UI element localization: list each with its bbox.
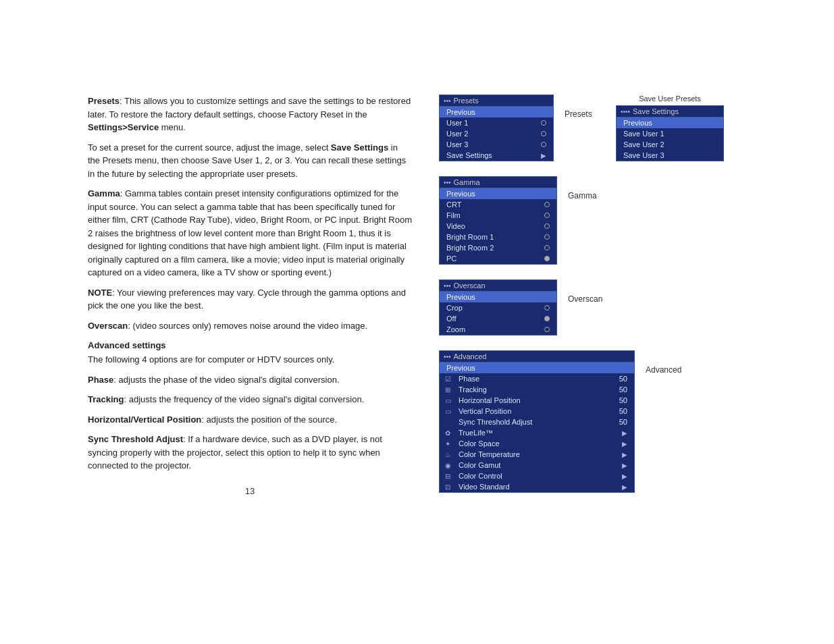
- advanced-item-truelife[interactable]: ✿ TrueLife™ ▶: [440, 427, 634, 438]
- gamma-item-film[interactable]: Film: [440, 210, 556, 221]
- note-text: : Your viewing preferences may vary. Cyc…: [88, 288, 406, 311]
- gamma-crt-label: CRT: [446, 200, 461, 209]
- save-presets-user3-label: Save User 3: [623, 151, 664, 159]
- advanced-sync-value: 50: [619, 418, 627, 426]
- colorctrl-arrow-icon: ▶: [622, 473, 627, 480]
- gamma-title: Gamma: [454, 178, 480, 186]
- overscan-item-off[interactable]: Off: [440, 313, 556, 324]
- presets-user3-label: User 3: [446, 140, 468, 149]
- save-presets-user1-label: Save User 1: [623, 130, 664, 138]
- phase-paragraph: Phase: adjusts the phase of the video si…: [88, 373, 412, 387]
- gamma-item-previous[interactable]: Previous: [440, 188, 556, 199]
- presets-dots: •••: [444, 97, 451, 105]
- overscan-off-label: Off: [446, 315, 456, 323]
- save-presets-item-previous[interactable]: Previous: [617, 117, 723, 128]
- gamma-item-pc[interactable]: PC: [440, 253, 556, 264]
- presets-paragraph2: To set a preset for the current source, …: [88, 141, 412, 181]
- advanced-tracking-label: Tracking: [459, 385, 487, 394]
- advanced-title-bar: ••• Advanced: [440, 351, 634, 363]
- overscan-menu[interactable]: ••• Overscan Previous Crop Off Zoom: [439, 279, 557, 336]
- presets-item-previous[interactable]: Previous: [440, 107, 553, 117]
- gamma-previous-label: Previous: [446, 190, 475, 198]
- advanced-label: Advanced: [646, 350, 686, 375]
- advanced-item-phase[interactable]: ☑ Phase 50: [440, 373, 634, 384]
- phase-icon: ☑: [445, 375, 451, 383]
- gamma-item-video[interactable]: Video: [440, 221, 556, 232]
- advanced-colorspace-label: Color Space: [459, 439, 500, 448]
- gamma-brightroom1-label: Bright Room 1: [446, 233, 494, 241]
- overscan-item-previous[interactable]: Previous: [440, 292, 556, 302]
- presets-item-user3[interactable]: User 3: [440, 139, 553, 150]
- gamma-crt-radio: [544, 202, 550, 207]
- gamma-dots: •••: [444, 179, 451, 186]
- presets-item-user1[interactable]: User 1: [440, 117, 553, 128]
- gamma-brightroom2-radio: [544, 245, 550, 250]
- advanced-vpos-label: Vertical Position: [459, 407, 511, 415]
- overscan-off-radio: [544, 316, 550, 321]
- save-presets-dots: ••••: [621, 108, 630, 115]
- presets-label: Presets: [565, 95, 605, 119]
- presets-item-save-settings[interactable]: Save Settings ▶: [440, 150, 553, 161]
- overscan-label: Overscan: [568, 279, 608, 304]
- overscan-item-zoom[interactable]: Zoom: [440, 324, 556, 335]
- overscan-crop-label: Crop: [446, 304, 463, 312]
- advanced-hpos-value: 50: [619, 396, 627, 404]
- vidstd-icon: ⊡: [445, 483, 450, 491]
- overscan-previous-label: Previous: [446, 293, 475, 301]
- advanced-item-colorgamut[interactable]: ◉ Color Gamut ▶: [440, 460, 634, 471]
- hvpos-paragraph: Horizontal/Vertical Position: adjusts th…: [88, 413, 412, 427]
- gamma-brightroom1-radio: [544, 234, 550, 240]
- tracking-text: : adjusts the frequency of the video sig…: [124, 394, 364, 404]
- presets-menu[interactable]: ••• Presets Previous User 1 User 2 User …: [439, 95, 554, 161]
- save-user-presets-title: Save User Presets: [616, 95, 724, 103]
- advanced-item-vidstd[interactable]: ⊡ Video Standard ▶: [440, 481, 634, 492]
- presets-paragraph: Presets: This allows you to customize se…: [88, 95, 412, 134]
- advanced-section: ••• Advanced Previous ☑ Phase 50 ⊞ Track…: [439, 350, 793, 493]
- hvpos-bold: Horizontal/Vertical Position: [88, 414, 201, 425]
- save-user-presets-section: Save User Presets •••• Save Settings Pre…: [616, 95, 724, 161]
- hvpos-text: : adjusts the position of the source.: [201, 414, 337, 425]
- save-presets-item-user1[interactable]: Save User 1: [617, 128, 723, 139]
- advanced-item-previous[interactable]: Previous: [440, 363, 634, 373]
- gamma-item-brightroom2[interactable]: Bright Room 2: [440, 242, 556, 253]
- gamma-item-crt[interactable]: CRT: [440, 199, 556, 210]
- tracking-bold: Tracking: [88, 394, 124, 404]
- truelife-icon: ✿: [445, 429, 450, 437]
- sync-paragraph: Sync Threshold Adjust: If a hardware dev…: [88, 433, 412, 473]
- save-presets-subtitle: Save Settings: [633, 107, 679, 115]
- advanced-colortemp-label: Color Temperature: [459, 450, 520, 458]
- presets-user1-radio: [541, 120, 546, 126]
- vidstd-arrow-icon: ▶: [622, 483, 627, 491]
- advanced-menu[interactable]: ••• Advanced Previous ☑ Phase 50 ⊞ Track…: [439, 350, 635, 493]
- advanced-item-hpos[interactable]: ▭ Horizontal Position 50: [440, 395, 634, 406]
- presets-bold: Presets: [88, 96, 120, 106]
- overscan-item-crop[interactable]: Crop: [440, 302, 556, 313]
- gamma-item-brightroom1[interactable]: Bright Room 1: [440, 232, 556, 242]
- advanced-item-sync[interactable]: Sync Threshold Adjust 50: [440, 417, 634, 427]
- save-presets-menu[interactable]: •••• Save Settings Previous Save User 1 …: [616, 105, 724, 161]
- presets-title-bar: ••• Presets: [440, 95, 553, 107]
- colortemp-icon: ♨: [445, 451, 451, 458]
- save-presets-item-user3[interactable]: Save User 3: [617, 150, 723, 161]
- overscan-section: ••• Overscan Previous Crop Off Zoom: [439, 279, 793, 336]
- advanced-item-tracking[interactable]: ⊞ Tracking 50: [440, 384, 634, 395]
- advanced-item-vpos[interactable]: ▭ Vertical Position 50: [440, 406, 634, 417]
- advanced-hpos-label: Horizontal Position: [459, 396, 521, 404]
- overscan-paragraph: Overscan: (video sources only) removes n…: [88, 319, 412, 333]
- advanced-item-colorspace[interactable]: ✦ Color Space ▶: [440, 438, 634, 449]
- advanced-sync-label: Sync Threshold Adjust: [459, 418, 532, 426]
- gamma-title-bar: ••• Gamma: [440, 177, 556, 188]
- advanced-item-colortemp[interactable]: ♨ Color Temperature ▶: [440, 449, 634, 460]
- advanced-phase-label: Phase: [459, 375, 479, 383]
- colortemp-arrow-icon: ▶: [622, 451, 627, 458]
- save-presets-item-user2[interactable]: Save User 2: [617, 139, 723, 150]
- advanced-item-colorctrl[interactable]: ⊟ Color Control ▶: [440, 471, 634, 481]
- advanced-phase-value: 50: [619, 375, 627, 383]
- presets-item-user2[interactable]: User 2: [440, 128, 553, 139]
- overscan-crop-radio: [544, 305, 550, 311]
- phase-text: : adjusts the phase of the video signal'…: [113, 375, 339, 385]
- colorctrl-icon: ⊟: [445, 473, 450, 480]
- gamma-section: ••• Gamma Previous CRT Film Video: [439, 176, 793, 265]
- gamma-menu[interactable]: ••• Gamma Previous CRT Film Video: [439, 176, 557, 265]
- presets-text3: To set a preset for the current source, …: [88, 142, 331, 153]
